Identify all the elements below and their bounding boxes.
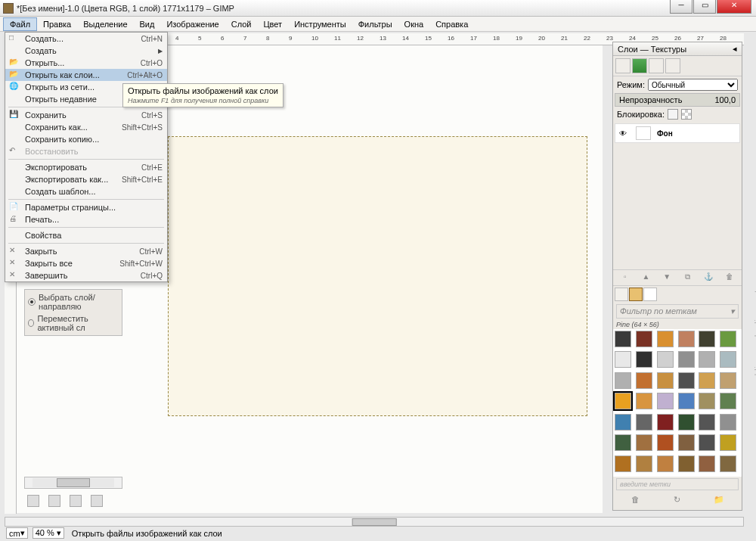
- menu-item[interactable]: 📂Открыть как слои...Ctrl+Alt+O: [5, 69, 167, 81]
- menu-layer[interactable]: Слой: [225, 18, 258, 30]
- menu-file[interactable]: Файл: [3, 17, 37, 31]
- texture-swatch[interactable]: [636, 372, 652, 389]
- tab-layers[interactable]: [615, 58, 631, 73]
- restore-options-icon[interactable]: [48, 495, 60, 507]
- menu-help[interactable]: Справка: [429, 18, 474, 30]
- delete-texture-icon[interactable]: 🗑: [630, 495, 642, 507]
- texture-swatch[interactable]: [657, 372, 674, 389]
- menu-tools[interactable]: Инструменты: [288, 18, 352, 30]
- texture-swatch[interactable]: [678, 434, 695, 451]
- menu-item[interactable]: 🖨Печать...: [5, 213, 167, 225]
- menu-view[interactable]: Вид: [134, 18, 161, 30]
- texture-swatch[interactable]: [657, 434, 674, 451]
- texture-swatch[interactable]: [615, 351, 631, 368]
- delete-options-icon[interactable]: [70, 495, 82, 507]
- menu-item[interactable]: ✕ЗакрытьCtrl+W: [5, 245, 167, 257]
- menu-select[interactable]: Выделение: [77, 18, 133, 30]
- texture-swatch[interactable]: [720, 393, 736, 409]
- menu-item[interactable]: ✕Закрыть всеShift+Ctrl+W: [5, 257, 167, 269]
- opacity-row[interactable]: Непрозрачность 100,0: [615, 93, 740, 107]
- panel-menu-icon[interactable]: ◂: [733, 44, 737, 54]
- toolbox-scrollbar[interactable]: [24, 477, 122, 489]
- texture-swatch[interactable]: [636, 331, 652, 347]
- open-texture-icon[interactable]: 📁: [713, 495, 725, 507]
- texture-swatch[interactable]: [615, 372, 631, 389]
- texture-swatch[interactable]: [678, 331, 695, 347]
- texture-swatch[interactable]: [720, 372, 736, 389]
- texture-swatch[interactable]: [699, 351, 715, 368]
- menu-color[interactable]: Цвет: [257, 18, 288, 30]
- texture-swatch[interactable]: [699, 372, 715, 389]
- texture-swatch[interactable]: [678, 351, 695, 368]
- texture-swatch[interactable]: [699, 434, 715, 451]
- anchor-layer-icon[interactable]: ⚓: [703, 272, 714, 283]
- texture-swatch[interactable]: [699, 331, 715, 347]
- layer-row[interactable]: 👁 Фон: [615, 123, 740, 143]
- document-canvas[interactable]: [168, 136, 587, 416]
- texture-swatch[interactable]: [720, 351, 736, 368]
- texture-swatch[interactable]: [720, 414, 736, 431]
- visibility-icon[interactable]: 👁: [619, 129, 630, 138]
- texture-swatch[interactable]: [615, 434, 631, 451]
- option-select-layer[interactable]: Выбрать слой/направляю: [28, 291, 119, 312]
- menu-item[interactable]: Сохранить как...Shift+Ctrl+S: [5, 121, 167, 133]
- tab-gradients[interactable]: [643, 288, 657, 301]
- texture-swatch[interactable]: [678, 455, 695, 472]
- texture-swatch[interactable]: [678, 393, 695, 409]
- refresh-texture-icon[interactable]: ↻: [671, 495, 683, 507]
- menu-item[interactable]: ↶Восстановить: [5, 145, 167, 157]
- texture-swatch[interactable]: [678, 372, 695, 389]
- texture-swatch[interactable]: [636, 393, 652, 409]
- texture-swatch[interactable]: [720, 331, 736, 347]
- menu-item[interactable]: Создать шаблон...: [5, 185, 167, 197]
- lock-pixels-icon[interactable]: [668, 109, 678, 120]
- option-move-active[interactable]: Переместить активный сл: [28, 312, 119, 334]
- texture-swatch[interactable]: [615, 393, 631, 409]
- texture-swatch[interactable]: [657, 455, 674, 472]
- texture-swatch[interactable]: [636, 414, 652, 431]
- texture-swatch[interactable]: [720, 434, 736, 451]
- texture-swatch[interactable]: [657, 331, 674, 347]
- delete-layer-icon[interactable]: 🗑: [724, 272, 735, 283]
- texture-swatch[interactable]: [636, 455, 652, 472]
- texture-swatch[interactable]: [699, 393, 715, 409]
- new-layer-icon[interactable]: ▫: [620, 272, 631, 283]
- texture-swatch[interactable]: [657, 414, 674, 431]
- tab-brushes[interactable]: [615, 288, 628, 301]
- save-options-icon[interactable]: [27, 495, 39, 507]
- zoom-field[interactable]: 40 % ▾: [33, 527, 64, 539]
- menu-item[interactable]: 📄Параметры страницы...: [5, 201, 167, 213]
- horizontal-scrollbar[interactable]: [5, 517, 744, 527]
- maximize-button[interactable]: ▭: [693, 0, 716, 14]
- texture-swatch[interactable]: [678, 414, 695, 431]
- menu-item[interactable]: ✕ЗавершитьCtrl+Q: [5, 269, 167, 281]
- blend-mode-select[interactable]: Обычный: [648, 79, 738, 91]
- tab-channels[interactable]: [632, 58, 647, 73]
- menu-item[interactable]: □Создать...Ctrl+N: [5, 33, 167, 45]
- minimize-button[interactable]: ─: [670, 0, 692, 14]
- texture-swatch[interactable]: [615, 455, 631, 472]
- texture-swatch[interactable]: [699, 455, 715, 472]
- menu-item[interactable]: Свойства: [5, 229, 167, 241]
- texture-swatch[interactable]: [636, 434, 652, 451]
- menu-filters[interactable]: Фильтры: [352, 18, 398, 30]
- lock-alpha-icon[interactable]: [681, 109, 692, 120]
- menu-item[interactable]: ЭкспортироватьCtrl+E: [5, 161, 167, 173]
- close-button[interactable]: ✕: [717, 0, 751, 14]
- texture-filter[interactable]: Фильтр по меткам▾: [616, 304, 739, 319]
- tab-patterns[interactable]: [629, 288, 643, 301]
- menu-image[interactable]: Изображение: [160, 18, 225, 30]
- texture-tags-input[interactable]: введите метки: [616, 478, 739, 490]
- unit-selector[interactable]: cm ▾: [6, 527, 28, 539]
- texture-swatch[interactable]: [615, 331, 631, 347]
- texture-swatch[interactable]: [636, 351, 652, 368]
- menu-item[interactable]: 📂Открыть...Ctrl+O: [5, 57, 167, 69]
- tab-paths[interactable]: [649, 58, 664, 73]
- texture-swatch[interactable]: [699, 414, 715, 431]
- texture-swatch[interactable]: [657, 393, 674, 409]
- texture-swatch[interactable]: [720, 455, 736, 472]
- menu-item[interactable]: 💾СохранитьCtrl+S: [5, 109, 167, 121]
- menu-windows[interactable]: Окна: [398, 18, 430, 30]
- tab-undo[interactable]: [665, 58, 680, 73]
- menu-edit[interactable]: Правка: [37, 18, 77, 30]
